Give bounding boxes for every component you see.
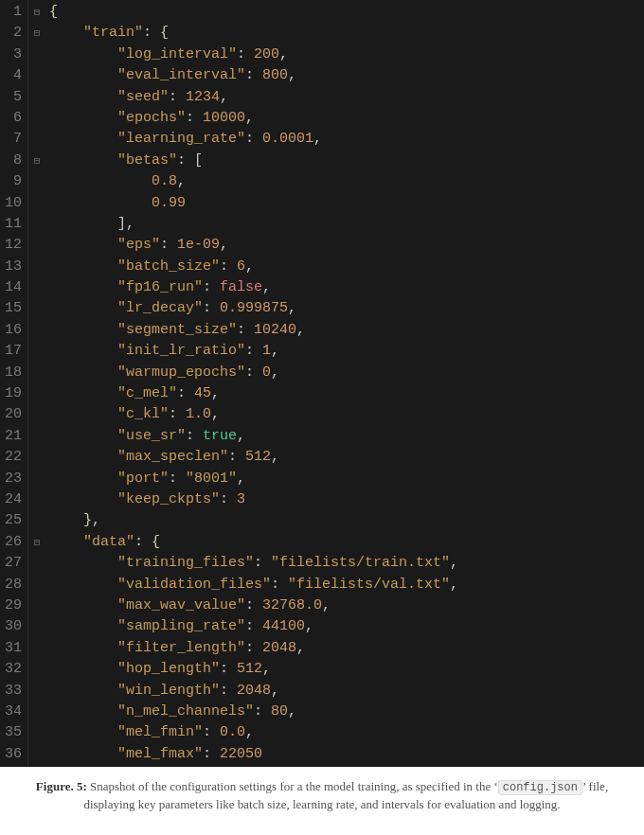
code-line[interactable]: ], xyxy=(49,214,644,235)
token-str: "warmup_epochs" xyxy=(117,364,245,381)
token-punc: , xyxy=(288,300,296,316)
line-number: 31 xyxy=(4,638,22,659)
code-line[interactable]: "max_wav_value": 32768.0, xyxy=(49,595,644,616)
code-line[interactable]: "betas": [ xyxy=(49,151,644,171)
line-number: 3 xyxy=(4,44,22,65)
token-punc xyxy=(49,343,117,359)
token-str: "eps" xyxy=(117,237,160,253)
fold-guide xyxy=(28,469,45,489)
fold-guide xyxy=(28,595,45,616)
code-line[interactable]: 0.99 xyxy=(49,193,644,214)
code-line[interactable]: "lr_decay": 0.999875, xyxy=(49,298,644,319)
fold-toggle-icon[interactable]: ⊟ xyxy=(28,532,45,553)
line-number: 8 xyxy=(4,151,22,171)
token-punc: , xyxy=(220,237,228,253)
token-num: 512 xyxy=(237,661,262,677)
code-line[interactable]: "epochs": 10000, xyxy=(49,108,644,129)
fold-toggle-icon[interactable]: ⊟ xyxy=(28,23,45,44)
token-punc: , xyxy=(322,597,331,613)
token-punc: : xyxy=(169,471,186,487)
token-punc: : xyxy=(186,110,203,126)
fold-guide xyxy=(28,87,45,108)
token-punc: , xyxy=(296,640,305,656)
code-line[interactable]: "seed": 1234, xyxy=(49,87,644,108)
code-line[interactable]: "data": { xyxy=(49,532,644,553)
fold-guide xyxy=(28,257,45,277)
token-num: 512 xyxy=(245,449,271,465)
fold-guide xyxy=(28,214,45,235)
token-punc: , xyxy=(177,173,186,189)
fold-guide xyxy=(28,722,45,743)
code-line[interactable]: "keep_ckpts": 3 xyxy=(49,489,644,510)
code-line[interactable]: "training_files": "filelists/train.txt", xyxy=(49,553,644,574)
fold-guide xyxy=(28,363,45,383)
token-punc: : xyxy=(220,258,237,275)
token-brace: } xyxy=(83,512,92,528)
token-punc: : xyxy=(271,577,288,593)
token-punc: : xyxy=(245,343,262,359)
code-line[interactable]: "max_speclen": 512, xyxy=(49,447,644,468)
code-line[interactable]: 0.8, xyxy=(49,171,644,192)
code-line[interactable]: "warmup_epochs": 0, xyxy=(49,363,644,383)
token-bool-t: true xyxy=(203,428,237,444)
fold-toggle-icon[interactable]: ⊟ xyxy=(28,151,45,171)
code-line[interactable]: "validation_files": "filelists/val.txt", xyxy=(49,575,644,595)
token-punc: : xyxy=(203,300,220,316)
token-punc xyxy=(49,67,117,83)
line-number: 26 xyxy=(4,532,22,553)
code-line[interactable]: "port": "8001", xyxy=(49,469,644,489)
code-editor: 1234567891011121314151617181920212223242… xyxy=(0,0,644,767)
token-str: "port" xyxy=(117,471,169,487)
code-line[interactable]: "segment_size": 10240, xyxy=(49,320,644,341)
code-line[interactable]: "fp16_run": false, xyxy=(49,277,644,298)
token-num: 10000 xyxy=(203,110,245,126)
token-str: "epochs" xyxy=(117,110,186,126)
code-line[interactable]: "learning_rate": 0.0001, xyxy=(49,129,644,150)
token-punc: , xyxy=(211,385,220,401)
token-punc xyxy=(49,152,117,169)
fold-guide xyxy=(28,65,45,86)
token-num: 800 xyxy=(262,67,288,83)
code-line[interactable]: "eval_interval": 800, xyxy=(49,65,644,86)
token-punc: , xyxy=(296,322,305,338)
token-punc: : xyxy=(245,67,262,83)
code-line[interactable]: { xyxy=(49,2,644,23)
code-line[interactable]: "filter_length": 2048, xyxy=(49,638,644,659)
line-number: 30 xyxy=(4,616,22,637)
code-line[interactable]: "sampling_rate": 44100, xyxy=(49,616,644,637)
fold-guide xyxy=(28,383,45,404)
code-line[interactable]: "batch_size": 6, xyxy=(49,257,644,277)
code-line[interactable]: "eps": 1e-09, xyxy=(49,235,644,256)
line-number: 14 xyxy=(4,277,22,298)
token-punc: : xyxy=(203,724,220,740)
token-str: "training_files" xyxy=(117,555,254,571)
code-line[interactable]: "win_length": 2048, xyxy=(49,681,644,702)
code-line[interactable]: "use_sr": true, xyxy=(49,426,644,447)
code-line[interactable]: "hop_length": 512, xyxy=(49,659,644,680)
line-number: 12 xyxy=(4,235,22,256)
token-num: 6 xyxy=(237,258,245,275)
token-punc xyxy=(49,512,83,528)
code-line[interactable]: "train": { xyxy=(49,23,644,44)
token-punc: : xyxy=(220,661,237,677)
token-str: "seed" xyxy=(117,89,169,105)
line-number: 16 xyxy=(4,320,22,341)
fold-guide xyxy=(28,638,45,659)
fold-guide xyxy=(28,277,45,298)
token-num: 2048 xyxy=(262,640,296,656)
token-punc xyxy=(49,449,117,465)
line-number: 21 xyxy=(4,426,22,447)
line-number: 25 xyxy=(4,510,22,531)
code-line[interactable]: "init_lr_ratio": 1, xyxy=(49,341,644,362)
code-area[interactable]: { "train": { "log_interval": 200, "eval_… xyxy=(45,0,644,767)
token-str: "train" xyxy=(83,25,143,41)
fold-toggle-icon[interactable]: ⊟ xyxy=(28,2,45,23)
code-line[interactable]: "mel_fmax": 22050 xyxy=(49,744,644,765)
code-line[interactable]: "log_interval": 200, xyxy=(49,44,644,65)
code-line[interactable]: }, xyxy=(49,510,644,531)
code-line[interactable]: "n_mel_channels": 80, xyxy=(49,702,644,722)
code-line[interactable]: "c_kl": 1.0, xyxy=(49,404,644,425)
code-line[interactable]: "mel_fmin": 0.0, xyxy=(49,722,644,743)
token-punc: : xyxy=(245,597,262,613)
code-line[interactable]: "c_mel": 45, xyxy=(49,383,644,404)
